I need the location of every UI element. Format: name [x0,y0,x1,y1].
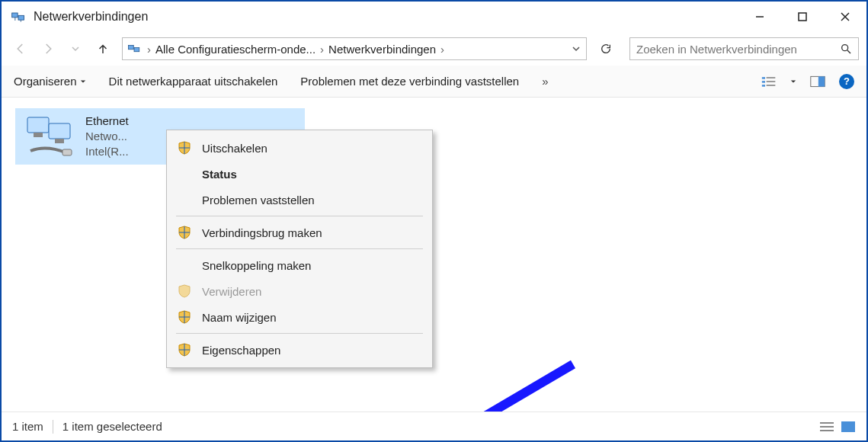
ctx-bridge[interactable]: Verbindingsbrug maken [167,219,432,245]
ctx-properties[interactable]: Eigenschappen [167,337,432,363]
forward-button[interactable] [37,37,59,60]
window-icon [11,9,26,24]
svg-rect-15 [767,81,776,82]
close-button[interactable] [824,2,866,32]
svg-rect-8 [129,46,134,50]
separator [176,248,423,249]
ctx-shortcut[interactable]: Snelkoppeling maken [167,252,432,278]
svg-rect-20 [27,117,49,133]
svg-rect-13 [767,77,776,78]
svg-rect-14 [762,81,765,83]
shield-icon [178,226,191,239]
ctx-delete: Verwijderen [167,278,432,304]
address-bar[interactable]: › Alle Configuratiescherm-onde... › Netw… [122,37,587,60]
window-title: Netwerkverbindingen [34,10,148,24]
minimize-button[interactable] [738,2,781,32]
disable-device-label: Dit netwerkapparaat uitschakelen [109,75,278,88]
connection-line2: Netwo... [85,129,129,144]
ctx-diagnose[interactable]: Problemen vaststellen [167,187,432,213]
search-icon[interactable] [840,43,852,55]
svg-rect-0 [12,13,18,18]
content-area: Ethernet Netwo... Intel(R... Uitschakele… [2,98,866,407]
search-placeholder: Zoeken in Netwerkverbindingen [636,43,840,56]
svg-rect-19 [818,76,825,86]
preview-pane-button[interactable] [810,75,825,88]
svg-rect-32 [841,421,855,432]
svg-rect-21 [49,123,70,139]
ctx-status[interactable]: Status [167,161,432,187]
svg-line-11 [847,50,850,53]
svg-rect-16 [762,85,765,87]
separator [53,420,53,434]
maximize-button[interactable] [781,2,824,32]
search-box[interactable]: Zoeken in Netwerkverbindingen [629,37,859,60]
connection-name: Ethernet [85,114,129,129]
shield-icon [178,310,191,324]
svg-point-10 [842,45,848,51]
refresh-button[interactable] [593,37,619,60]
chevron-down-icon [80,78,86,85]
status-bar: 1 item 1 item geselecteerd [2,412,866,440]
chevron-right-icon[interactable]: › [439,43,446,56]
context-menu: Uitschakelen Status Problemen vaststelle… [166,130,433,368]
svg-rect-24 [62,149,72,155]
ctx-properties-label: Eigenschappen [202,344,280,357]
connection-line3: Intel(R... [85,144,129,159]
network-adapter-icon [23,114,78,159]
svg-rect-12 [762,77,765,79]
shield-icon [178,343,191,357]
svg-rect-23 [55,139,64,143]
ctx-disable[interactable]: Uitschakelen [167,135,432,161]
details-view-button[interactable] [819,421,834,433]
up-button[interactable] [91,37,114,60]
ctx-diagnose-label: Problemen vaststellen [202,194,315,207]
disable-device-button[interactable]: Dit netwerkapparaat uitschakelen [109,75,278,88]
ctx-disable-label: Uitschakelen [202,142,267,155]
separator [176,216,423,216]
chevron-right-icon[interactable]: › [319,43,325,56]
ctx-shortcut-label: Snelkoppeling maken [202,259,311,272]
back-button[interactable] [9,37,32,60]
chevron-down-icon[interactable] [790,78,796,85]
status-count: 1 item [12,420,43,433]
large-icons-view-button[interactable] [841,421,856,433]
svg-rect-9 [134,48,139,52]
svg-rect-5 [799,13,806,21]
help-button[interactable]: ? [839,74,854,89]
ctx-rename-label: Naam wijzigen [202,311,277,324]
diagnose-button[interactable]: Problemen met deze verbinding vaststelle… [300,75,519,88]
ctx-rename[interactable]: Naam wijzigen [167,304,432,330]
breadcrumb-seg-1[interactable]: Alle Configuratiescherm-onde... [152,43,319,56]
breadcrumb-seg-2[interactable]: Netwerkverbindingen [325,43,439,56]
shield-icon [178,141,191,155]
toolbar: Organiseren Dit netwerkapparaat uitschak… [2,66,866,98]
address-icon [127,42,141,56]
chevron-right-icon[interactable]: › [146,43,152,56]
svg-rect-22 [34,133,43,137]
view-options-button[interactable] [761,75,777,88]
organize-button[interactable]: Organiseren [14,75,86,88]
ctx-bridge-label: Verbindingsbrug maken [202,226,322,239]
svg-rect-1 [18,15,24,20]
recent-dropdown[interactable] [64,37,87,60]
toolbar-overflow[interactable]: » [542,75,548,88]
separator [176,333,423,334]
title-bar: Netwerkverbindingen [2,2,866,32]
diagnose-label: Problemen met deze verbinding vaststelle… [300,75,519,88]
address-dropdown[interactable] [566,45,586,53]
shield-icon [178,284,191,298]
ctx-status-label: Status [202,168,237,181]
svg-rect-17 [767,85,776,86]
status-selected: 1 item geselecteerd [62,420,162,433]
navigation-row: › Alle Configuratiescherm-onde... › Netw… [2,32,866,66]
organize-label: Organiseren [14,75,77,88]
ctx-delete-label: Verwijderen [202,285,261,298]
